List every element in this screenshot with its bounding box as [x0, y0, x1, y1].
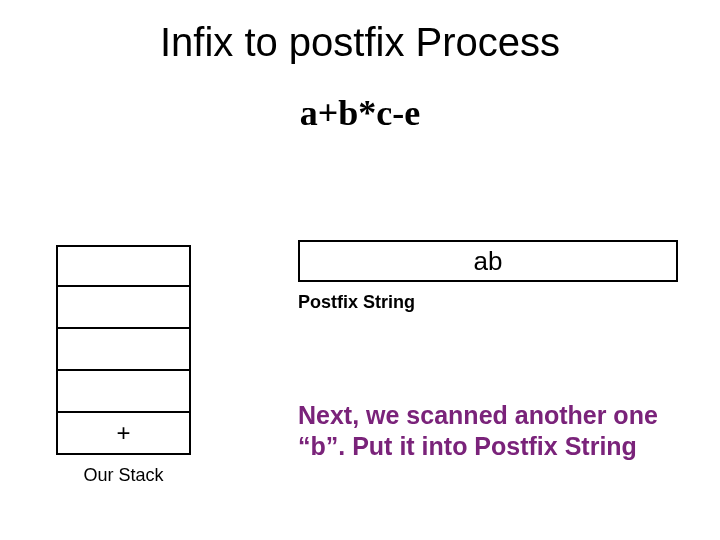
infix-expression: a+b*c-e [0, 92, 720, 134]
stack-label: Our Stack [56, 465, 191, 486]
stack-cell [56, 287, 191, 329]
page-title: Infix to postfix Process [0, 20, 720, 65]
postfix-string-label: Postfix String [298, 292, 415, 313]
explanation-text: Next, we scanned another one “b”. Put it… [298, 400, 688, 463]
stack-container: + [56, 245, 191, 455]
stack-cell [56, 245, 191, 287]
stack-cell [56, 329, 191, 371]
slide: Infix to postfix Process a+b*c-e + Our S… [0, 0, 720, 540]
postfix-string-box: ab [298, 240, 678, 282]
stack-cell [56, 371, 191, 413]
stack-cell: + [56, 413, 191, 455]
